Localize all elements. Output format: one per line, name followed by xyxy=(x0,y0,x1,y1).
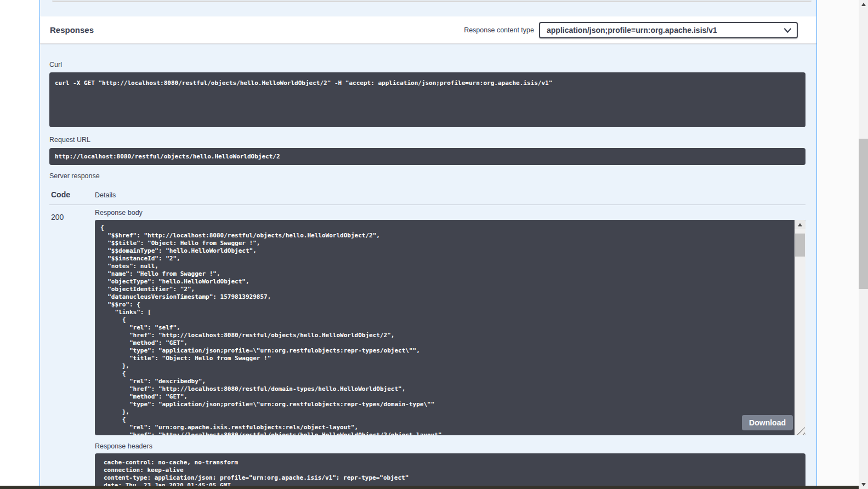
response-body-json[interactable]: { "$$href": "http://localhost:8080/restf… xyxy=(95,220,805,435)
details-column-header: Details xyxy=(95,191,116,199)
swagger-responses-page: Responses Response content type applicat… xyxy=(0,0,868,489)
response-table-header: Code Details xyxy=(49,190,805,205)
server-response-label: Server response xyxy=(49,172,805,180)
page-right-gutter xyxy=(818,0,859,489)
response-headers-label: Response headers xyxy=(95,442,805,450)
scrollbar-down-arrow-icon[interactable] xyxy=(859,480,868,489)
code-column-header: Code xyxy=(49,190,95,199)
page-scrollbar-thumb[interactable] xyxy=(859,139,868,289)
scroll-up-arrow-icon[interactable] xyxy=(795,220,805,229)
taskbar-top-edge xyxy=(0,486,859,489)
response-content-type-value: application/json;profile=urn:org.apache.… xyxy=(547,26,717,35)
response-content-type-label: Response content type xyxy=(464,26,534,34)
request-url-label: Request URL xyxy=(49,136,805,144)
status-code: 200 xyxy=(49,205,95,489)
response-body-label: Response body xyxy=(95,205,805,217)
chevron-down-icon xyxy=(784,28,791,33)
responses-inner: Curl curl -X GET "http://localhost:8080/… xyxy=(40,44,816,489)
response-headers-block: cache-control: no-cache, no-transform co… xyxy=(95,453,805,489)
response-row-200: 200 Response body { "$$href": "http://lo… xyxy=(49,205,805,489)
curl-label: Curl xyxy=(49,61,805,69)
download-button[interactable]: Download xyxy=(742,415,793,430)
page-scrollbar[interactable] xyxy=(859,0,868,489)
execute-bar-bottom-edge xyxy=(52,1,812,2)
responses-section-header: Responses Response content type applicat… xyxy=(40,16,816,44)
scrollbar-up-arrow-icon[interactable] xyxy=(859,0,868,9)
response-body-scrollbar[interactable] xyxy=(795,220,805,435)
get-opblock: Responses Response content type applicat… xyxy=(39,0,817,489)
response-body-scrollbar-thumb[interactable] xyxy=(795,234,805,257)
resize-handle-icon[interactable] xyxy=(797,427,805,435)
responses-title: Responses xyxy=(50,25,94,35)
response-content-type-select[interactable]: application/json;profile=urn:org.apache.… xyxy=(539,22,798,38)
content-type-group: Response content type application/json;p… xyxy=(464,22,798,38)
curl-command[interactable]: curl -X GET "http://localhost:8080/restf… xyxy=(49,72,805,127)
request-url-value: http://localhost:8080/restful/objects/he… xyxy=(49,148,805,165)
response-details-cell: Response body { "$$href": "http://localh… xyxy=(95,205,805,489)
response-body-block: { "$$href": "http://localhost:8080/restf… xyxy=(95,220,805,435)
